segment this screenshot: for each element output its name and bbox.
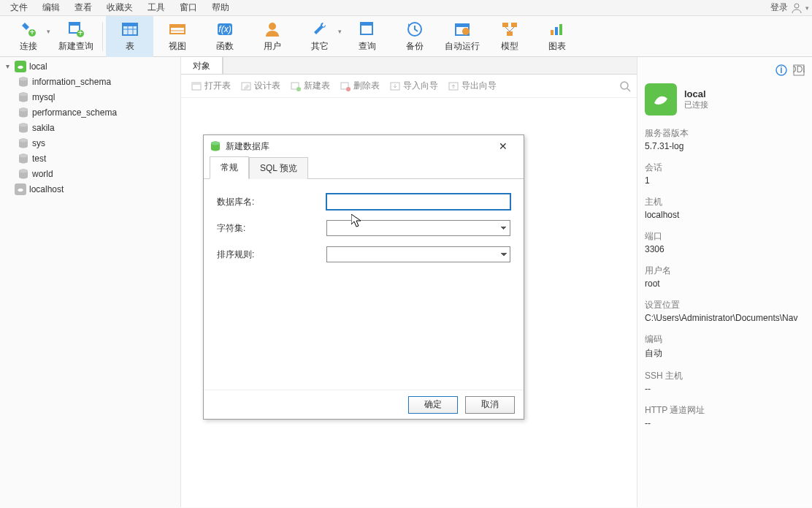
toolbar-autorun[interactable]: 自动运行 xyxy=(438,16,486,57)
dialog-body: 数据库名: 字符集: 排序规则: xyxy=(204,179,524,390)
toolbar-chart[interactable]: 图表 xyxy=(533,16,581,57)
svg-rect-24 xyxy=(502,23,508,27)
menu-bar: 文件 编辑 查看 收藏夹 工具 窗口 帮助 登录 ▾ xyxy=(0,0,812,16)
svg-text:+: + xyxy=(77,28,83,38)
menu-file[interactable]: 文件 xyxy=(3,0,35,15)
info-server-ver-value: 5.7.31-log xyxy=(645,141,805,151)
open-table-label: 打开表 xyxy=(204,80,231,92)
svg-point-44 xyxy=(19,153,28,157)
toolbar-connect[interactable]: + 连接 ▾ xyxy=(4,16,52,57)
query-icon xyxy=(358,20,377,39)
tree-db-mysql[interactable]: mysql xyxy=(0,89,180,105)
close-button[interactable]: ✕ xyxy=(489,140,518,152)
tree-db-label: mysql xyxy=(32,92,55,102)
toolbar-view[interactable]: 视图 xyxy=(153,16,201,57)
toolbar-other[interactable]: 其它 ▾ xyxy=(296,16,343,57)
tree-db-world[interactable]: world xyxy=(0,166,180,181)
delete-table-label: 删除表 xyxy=(353,80,380,92)
info-http-key: HTTP 通道网址 xyxy=(645,404,805,417)
toolbar-user-label: 用户 xyxy=(264,40,281,53)
schedule-icon xyxy=(453,20,472,39)
svg-point-36 xyxy=(19,92,28,96)
svg-rect-19 xyxy=(361,23,372,26)
tree-connection-label: local xyxy=(29,61,47,72)
db-name-input[interactable] xyxy=(326,194,510,210)
tree-db-information-schema[interactable]: information_schema xyxy=(0,74,180,89)
menu-view[interactable]: 查看 xyxy=(67,0,99,15)
svg-rect-49 xyxy=(192,83,201,85)
collapse-icon[interactable]: ▾ xyxy=(3,62,12,70)
tree-connection-local[interactable]: ▾ local xyxy=(0,58,180,74)
connection-inactive-icon xyxy=(15,183,26,195)
svg-rect-4 xyxy=(69,23,80,26)
toolbar-function-label: 函数 xyxy=(216,40,234,53)
dialog-tab-sql-preview[interactable]: SQL 预览 xyxy=(249,157,308,179)
new-database-dialog: 新建数据库 ✕ 常规 SQL 预览 数据库名: 字符集: 排序规则: 确定 取消 xyxy=(203,134,524,420)
search-icon[interactable] xyxy=(619,80,631,92)
menu-fav[interactable]: 收藏夹 xyxy=(99,0,140,15)
backup-icon xyxy=(405,20,424,39)
toolbar-new-query[interactable]: + 新建查询 xyxy=(52,16,99,57)
toolbar-table[interactable]: 表 xyxy=(106,16,153,57)
svg-text:i: i xyxy=(780,65,782,75)
user-icon xyxy=(791,2,803,14)
info-user-value: root xyxy=(645,278,805,289)
ddl-icon[interactable]: DDL xyxy=(793,64,805,76)
info-loc-key: 设置位置 xyxy=(645,299,805,311)
design-table-label: 设计表 xyxy=(254,80,280,92)
info-port-key: 端口 xyxy=(645,230,805,243)
toolbar-query[interactable]: 查询 xyxy=(343,16,391,57)
toolbar-other-label: 其它 xyxy=(311,40,329,53)
svg-rect-25 xyxy=(511,23,517,27)
svg-rect-31 xyxy=(559,24,562,35)
import-wizard-button[interactable]: 导入向导 xyxy=(386,77,443,95)
table-icon xyxy=(120,20,139,39)
user-avatar-icon xyxy=(263,20,282,39)
database-icon xyxy=(18,122,29,134)
tree-db-sys[interactable]: sys xyxy=(0,135,180,151)
chart-icon xyxy=(548,20,567,39)
login-label: 登录 xyxy=(770,1,788,14)
tree-db-label: world xyxy=(32,169,53,179)
toolbar-user[interactable]: 用户 xyxy=(248,16,296,57)
ok-button[interactable]: 确定 xyxy=(408,396,458,414)
info-icon[interactable]: i xyxy=(775,64,787,76)
tab-search-area[interactable] xyxy=(223,57,637,74)
info-loc-value: C:\Users\Administrator\Documents\Nav xyxy=(645,313,805,323)
dialog-titlebar[interactable]: 新建数据库 ✕ xyxy=(204,135,524,157)
tab-objects[interactable]: 对象 xyxy=(181,57,223,74)
toolbar-new-query-label: 新建查询 xyxy=(58,40,93,53)
menu-edit[interactable]: 编辑 xyxy=(35,0,67,15)
toolbar-model[interactable]: 模型 xyxy=(486,16,533,57)
dialog-title: 新建数据库 xyxy=(226,140,489,153)
menu-help[interactable]: 帮助 xyxy=(204,0,237,15)
cancel-button[interactable]: 取消 xyxy=(465,396,515,414)
tree-db-test[interactable]: test xyxy=(0,151,180,166)
login-link[interactable]: 登录 ▾ xyxy=(770,1,809,14)
export-wizard-button[interactable]: 导出向导 xyxy=(444,77,501,95)
new-table-button[interactable]: 新建表 xyxy=(286,77,334,95)
tree-db-label: information_schema xyxy=(32,77,111,87)
svg-rect-13 xyxy=(170,25,185,28)
tree-db-sakila[interactable]: sakila xyxy=(0,120,180,135)
svg-point-46 xyxy=(19,169,28,173)
menu-tools[interactable]: 工具 xyxy=(140,0,172,15)
model-icon xyxy=(500,20,519,39)
collation-label: 排序规则: xyxy=(217,249,326,261)
tree-db-performance-schema[interactable]: performance_schema xyxy=(0,105,180,120)
collation-select[interactable] xyxy=(326,246,510,262)
tree-connection-localhost[interactable]: localhost xyxy=(0,181,180,197)
delete-table-button[interactable]: 删除表 xyxy=(336,77,384,95)
toolbar-function[interactable]: f(x) 函数 xyxy=(201,16,248,57)
connection-active-icon xyxy=(15,61,26,72)
database-icon xyxy=(18,137,29,149)
svg-rect-8 xyxy=(123,23,137,26)
toolbar-backup[interactable]: 备份 xyxy=(391,16,438,57)
menu-window[interactable]: 窗口 xyxy=(172,0,204,15)
dialog-tab-general[interactable]: 常规 xyxy=(210,156,249,179)
info-session-key: 会话 xyxy=(645,162,805,174)
design-table-button[interactable]: 设计表 xyxy=(237,77,285,95)
svg-rect-26 xyxy=(507,31,513,36)
open-table-button[interactable]: 打开表 xyxy=(187,77,235,95)
info-port-value: 3306 xyxy=(645,244,805,254)
